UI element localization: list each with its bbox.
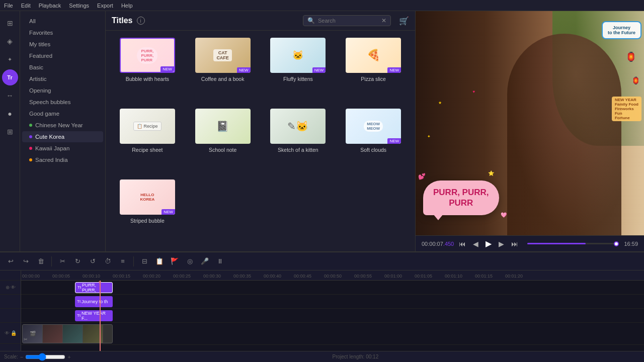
video-track-row: 🎬 ✂ (21, 323, 644, 345)
category-chinese-new-year-label: Chinese New Year (35, 122, 83, 128)
play-btn[interactable]: ▶ (484, 238, 494, 249)
category-artistic[interactable]: Artistic (22, 73, 103, 84)
menu-file[interactable]: File (4, 3, 13, 9)
time-mark-100: 00:01:00 (384, 274, 402, 279)
track-add-icon-1[interactable]: ⊕ (6, 285, 10, 290)
category-all[interactable]: All (22, 16, 103, 27)
time-mark-0: 00:00:00 (22, 274, 40, 279)
title-label-striped-bubble: Striped bubble (130, 218, 165, 224)
menu-export[interactable]: Export (97, 3, 113, 9)
clip-journey-label: Journey to th (82, 299, 108, 304)
track-eye-icon-video[interactable]: 👁 (5, 330, 10, 336)
category-chinese-new-year[interactable]: Chinese New Year (22, 120, 103, 131)
home-icon[interactable]: ⊞ (2, 15, 18, 31)
category-speech-bubbles-label: Speech bubbles (29, 99, 70, 105)
category-artistic-label: Artistic (29, 76, 47, 82)
next-frame-btn[interactable]: ▶ (497, 239, 506, 249)
new-badge-fluffy: NEW (312, 67, 326, 73)
title-item-bubble-hearts[interactable]: PURR,PURR,PURR NEW Bubble with hearts (110, 35, 185, 106)
undo-btn[interactable]: ↩ (4, 255, 17, 268)
progress-bar[interactable] (527, 243, 617, 244)
pause-btn[interactable]: ⏸ (213, 255, 226, 268)
skip-start-btn[interactable]: ⏮ (457, 239, 468, 249)
progress-fill (527, 243, 586, 244)
skip-end-btn[interactable]: ⏭ (509, 239, 520, 249)
search-input[interactable] (318, 18, 378, 24)
clip-journey[interactable]: Tt Journey to th (75, 296, 113, 307)
category-kawaii-japan[interactable]: Kawaii Japan (22, 143, 103, 154)
video-clip[interactable]: 🎬 ✂ (22, 324, 113, 343)
time-mark-105: 00:01:05 (415, 274, 432, 279)
clip-purr-label: PURR, PURR, (82, 283, 110, 293)
category-cute-korea[interactable]: Cute Korea (22, 131, 103, 142)
track-lock-icon-video[interactable]: 🔒 (11, 330, 17, 336)
copy-btn[interactable]: 📋 (153, 255, 166, 268)
grid-icon[interactable]: ⊞ (2, 124, 18, 140)
delete-btn[interactable]: 🗑 (34, 255, 47, 268)
info-icon[interactable]: i (137, 17, 145, 25)
category-my-titles[interactable]: My titles (22, 39, 103, 50)
menu-settings[interactable]: Settings (69, 3, 89, 9)
menu-playback[interactable]: Playback (39, 3, 61, 9)
avatar-icon[interactable]: Tr (2, 69, 18, 85)
scale-slider[interactable] (25, 353, 65, 361)
title-item-pizza-slice[interactable]: 🍕 NEW Pizza slice (336, 35, 411, 106)
title-thumb-sketch-kitten: ✎🐱 (270, 109, 326, 144)
category-kawaii-japan-label: Kawaii Japan (35, 145, 69, 151)
title-item-sketch-kitten[interactable]: ✎🐱 Sketch of a kitten (261, 106, 336, 176)
clip-tt-icon-2: Tt (77, 299, 80, 304)
menu-help[interactable]: Help (121, 3, 133, 9)
category-featured[interactable]: Featured (22, 50, 103, 61)
record-btn[interactable]: ◎ (183, 255, 196, 268)
title-thumb-soft-clouds: MEOWMEOW NEW (346, 109, 401, 144)
new-badge-coffee: NEW (237, 67, 251, 73)
category-good-game[interactable]: Good game (22, 108, 103, 119)
category-featured-label: Featured (29, 53, 52, 59)
marker-btn[interactable]: 🚩 (168, 255, 181, 268)
rotate-right-btn[interactable]: ↻ (71, 255, 84, 268)
media-icon[interactable]: ◈ (2, 33, 18, 49)
menu-edit[interactable]: Edit (21, 3, 31, 9)
clip-tt-icon-3: Tt (77, 313, 80, 318)
voiceover-btn[interactable]: 🎤 (198, 255, 211, 268)
cart-icon[interactable]: 🛒 (399, 16, 409, 26)
title-label-fluffy-kittens: Fluffy kittens (283, 76, 313, 82)
star-scatter: ★ (438, 101, 442, 105)
clip-tt-icon-1: Tt (77, 285, 81, 290)
title-item-striped-bubble[interactable]: HELLOKOREA NEW Striped bubble (110, 176, 185, 247)
video-frame-4 (83, 325, 103, 343)
scale-decrease-btn[interactable]: − (20, 354, 23, 360)
clip-new-year[interactable]: Tt NEW YEAR F... (75, 310, 113, 321)
color-btn[interactable]: ≡ (116, 255, 129, 268)
transition-icon[interactable]: ↔ (2, 87, 18, 104)
title-item-coffee-book[interactable]: CATCAFE NEW Coffee and a book (185, 35, 261, 106)
title-item-school-note[interactable]: 📓 School note (185, 106, 261, 176)
main-area: ⊞ ◈ ✦ Tr ↔ ● ⊞ All Favorites My titles F… (0, 11, 644, 251)
title-item-soft-clouds[interactable]: MEOWMEOW NEW Soft clouds (336, 106, 411, 176)
time-mark-120: 00:01:20 (505, 274, 523, 279)
title-label-school-note: School note (209, 147, 236, 153)
rotate-left-btn[interactable]: ↺ (86, 255, 99, 268)
bubble-text: PURR, PURR,PURR (433, 188, 489, 208)
category-basic[interactable]: Basic (22, 62, 103, 73)
timeline-content[interactable]: 00:00:00 00:00:05 00:00:10 00:00:15 00:0… (21, 270, 644, 351)
category-opening[interactable]: Opening (22, 85, 103, 96)
category-cute-korea-label: Cute Korea (35, 134, 64, 140)
video-frame-3 (63, 325, 83, 343)
clip-purr[interactable]: Tt PURR, PURR, (75, 282, 113, 293)
title-item-recipe-sheet[interactable]: 📋 Recipe Recipe sheet (110, 106, 185, 176)
clear-search-icon[interactable]: ✕ (381, 17, 386, 24)
prev-frame-btn[interactable]: ◀ (471, 239, 480, 249)
track-eye-icon-1[interactable]: 👁 (11, 285, 16, 290)
speed-btn[interactable]: ⏱ (101, 255, 114, 268)
cut-btn[interactable]: ✂ (56, 255, 69, 268)
category-favorites[interactable]: Favorites (22, 27, 103, 38)
redo-btn[interactable]: ↪ (19, 255, 32, 268)
overlay-btn[interactable]: ⊟ (138, 255, 151, 268)
title-label-coffee-book: Coffee and a book (201, 76, 245, 82)
effects-icon[interactable]: ✦ (2, 51, 18, 67)
title-item-fluffy-kittens[interactable]: 🐱 NEW Fluffy kittens (261, 35, 336, 106)
category-sacred-india[interactable]: Sacred India (22, 154, 103, 165)
category-speech-bubbles[interactable]: Speech bubbles (22, 97, 103, 108)
overlay-icon[interactable]: ● (2, 106, 18, 122)
